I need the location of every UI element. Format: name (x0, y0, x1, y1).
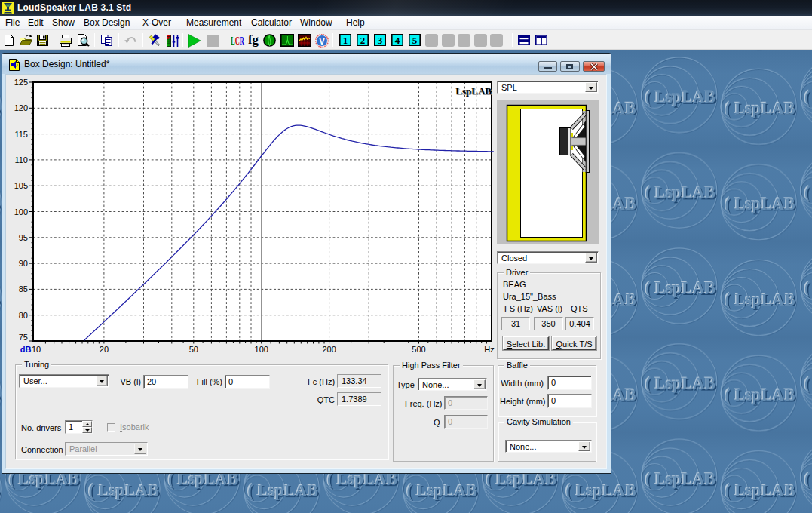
svg-text:80: 80 (19, 311, 28, 320)
svg-text:10: 10 (32, 345, 41, 354)
svg-text:75: 75 (19, 333, 28, 342)
svg-text:LCR: LCR (231, 35, 244, 47)
svg-text:100: 100 (255, 345, 268, 354)
svg-text:100: 100 (14, 207, 28, 217)
svg-text:V: V (319, 36, 325, 47)
svg-text:105: 105 (14, 181, 28, 190)
svg-text:1: 1 (343, 35, 348, 46)
svg-text:500: 500 (412, 345, 425, 354)
svg-text:3: 3 (378, 35, 383, 46)
svg-text:85: 85 (19, 284, 28, 293)
svg-text:50: 50 (189, 345, 198, 354)
svg-text:dB: dB (20, 345, 32, 354)
svg-text:fg: fg (248, 34, 259, 47)
svg-text:95: 95 (19, 233, 28, 242)
svg-text:90: 90 (19, 259, 28, 268)
svg-text:2: 2 (360, 35, 366, 46)
svg-text:Hz: Hz (484, 345, 494, 354)
svg-text:125: 125 (14, 78, 28, 87)
svg-text:5: 5 (412, 35, 418, 46)
svg-text:110: 110 (14, 155, 28, 164)
svg-text:4: 4 (395, 35, 400, 46)
svg-text:115: 115 (14, 130, 28, 139)
svg-text:200: 200 (322, 345, 336, 354)
svg-text:LspLAB: LspLAB (455, 85, 492, 97)
svg-text:20: 20 (100, 345, 109, 354)
svg-text:120: 120 (14, 103, 28, 112)
